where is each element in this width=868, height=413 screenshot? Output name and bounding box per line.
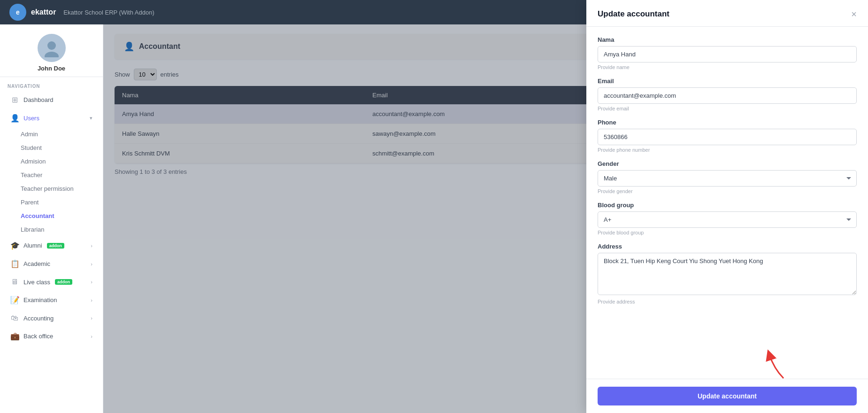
sub-item-label: Admision (21, 158, 46, 165)
blood-select[interactable]: A+ A- B+ B- O+ O- AB+ AB- (598, 211, 857, 228)
logo-text: ekattor (31, 8, 56, 16)
sidebar-item-label: Back office (23, 333, 53, 340)
chevron-down-icon: ▾ (90, 115, 92, 121)
side-panel-footer: Update accountant (586, 379, 868, 413)
sidebar-item-live-class[interactable]: 🖥 Live class addon › (3, 273, 100, 290)
chevron-right-icon: › (91, 243, 92, 249)
sidebar-item-teacher-permission[interactable]: Teacher permission (0, 182, 103, 195)
form-group-blood: Blood group A+ A- B+ B- O+ O- AB+ AB- Pr… (598, 202, 857, 235)
sidebar-item-label: Academic (23, 260, 50, 267)
sidebar-item-admision[interactable]: Admision (0, 155, 103, 168)
sidebar-item-academic[interactable]: 📋 Academic › (3, 255, 100, 273)
app-name: Ekattor School ERP (With Addon) (63, 9, 154, 16)
address-hint: Provide address (598, 299, 857, 304)
form-group-nama: Nama Provide name (598, 36, 857, 70)
email-label: Email (598, 78, 857, 85)
users-icon: 👤 (10, 114, 19, 123)
phone-input[interactable] (598, 129, 857, 145)
sidebar-item-accounting[interactable]: 🛍 Accounting › (3, 310, 100, 327)
sidebar-item-student[interactable]: Student (0, 141, 103, 155)
sidebar-item-label: Accounting (23, 315, 54, 322)
accounting-icon: 🛍 (10, 314, 19, 322)
phone-hint: Provide phone number (598, 147, 857, 153)
examination-icon: 📝 (10, 296, 19, 304)
blood-label: Blood group (598, 202, 857, 209)
sidebar-item-users[interactable]: 👤 Users ▾ (3, 109, 100, 127)
nama-label: Nama (598, 36, 857, 43)
blood-hint: Provide blood group (598, 230, 857, 235)
chevron-right-icon: › (91, 315, 92, 321)
chevron-right-icon: › (91, 334, 92, 339)
sidebar-item-label: Examination (23, 296, 57, 304)
alumni-icon: 🎓 (10, 241, 19, 250)
dashboard-icon: ⊞ (10, 95, 19, 104)
phone-label: Phone (598, 119, 857, 126)
side-panel-title: Update accountant (598, 9, 669, 19)
academic-icon: 📋 (10, 259, 19, 268)
gender-hint: Provide gender (598, 188, 857, 194)
sidebar-profile: John Doe (0, 24, 103, 77)
svg-point-0 (47, 41, 56, 50)
form-group-gender: Gender Male Female Other Provide gender (598, 160, 857, 194)
side-panel-header: Update accountant × (586, 0, 868, 27)
sidebar-item-label: Live class (23, 279, 50, 286)
sub-item-label: Admin (21, 131, 38, 138)
side-panel-body: Nama Provide name Email Provide email Ph… (586, 27, 868, 379)
sidebar: John Doe NAVIGATION ⊞ Dashboard 👤 Users … (0, 24, 103, 413)
sidebar-item-parent[interactable]: Parent (0, 195, 103, 209)
nama-hint: Provide name (598, 64, 857, 70)
sub-item-label: Student (21, 144, 42, 151)
sub-item-label: Accountant (21, 212, 54, 219)
live-class-addon-badge: addon (55, 279, 72, 285)
sidebar-item-librarian[interactable]: Librarian (0, 223, 103, 236)
back-office-icon: 💼 (10, 332, 19, 341)
sidebar-item-dashboard[interactable]: ⊞ Dashboard (3, 91, 100, 109)
form-group-address: Address Provide address (598, 243, 857, 304)
sidebar-item-examination[interactable]: 📝 Examination › (3, 291, 100, 309)
chevron-right-icon: › (91, 279, 92, 285)
sidebar-item-label: Dashboard (23, 96, 54, 103)
chevron-right-icon: › (91, 261, 92, 267)
gender-label: Gender (598, 160, 857, 167)
email-input[interactable] (598, 87, 857, 104)
live-class-icon: 🖥 (10, 278, 19, 286)
address-textarea[interactable] (598, 253, 857, 295)
form-group-phone: Phone Provide phone number (598, 119, 857, 153)
nav-section-label: NAVIGATION (0, 77, 103, 91)
logo-icon: e (9, 4, 26, 21)
close-button[interactable]: × (851, 9, 857, 19)
username: John Doe (38, 65, 65, 72)
sub-item-label: Teacher (21, 171, 42, 179)
logo: e ekattor Ekattor School ERP (With Addon… (9, 4, 154, 21)
sidebar-item-back-office[interactable]: 💼 Back office › (3, 327, 100, 345)
nama-input[interactable] (598, 46, 857, 62)
alumni-addon-badge: addon (47, 243, 64, 249)
sub-item-label: Librarian (21, 226, 45, 233)
avatar (38, 34, 66, 62)
side-panel: Update accountant × Nama Provide name Em… (586, 0, 868, 413)
sidebar-item-accountant[interactable]: Accountant (0, 209, 103, 223)
sidebar-item-alumni[interactable]: 🎓 Alumni addon › (3, 237, 100, 254)
email-hint: Provide email (598, 106, 857, 111)
sidebar-item-teacher[interactable]: Teacher (0, 168, 103, 182)
sub-item-label: Parent (21, 199, 38, 206)
gender-select[interactable]: Male Female Other (598, 170, 857, 187)
chevron-right-icon: › (91, 297, 92, 303)
sidebar-item-label: Alumni (23, 242, 42, 249)
address-label: Address (598, 243, 857, 250)
svg-point-1 (45, 52, 59, 57)
sub-item-label: Teacher permission (21, 185, 74, 192)
update-accountant-button[interactable]: Update accountant (598, 387, 857, 405)
sidebar-item-label: Users (23, 115, 39, 122)
sidebar-item-admin[interactable]: Admin (0, 127, 103, 141)
form-group-email: Email Provide email (598, 78, 857, 111)
